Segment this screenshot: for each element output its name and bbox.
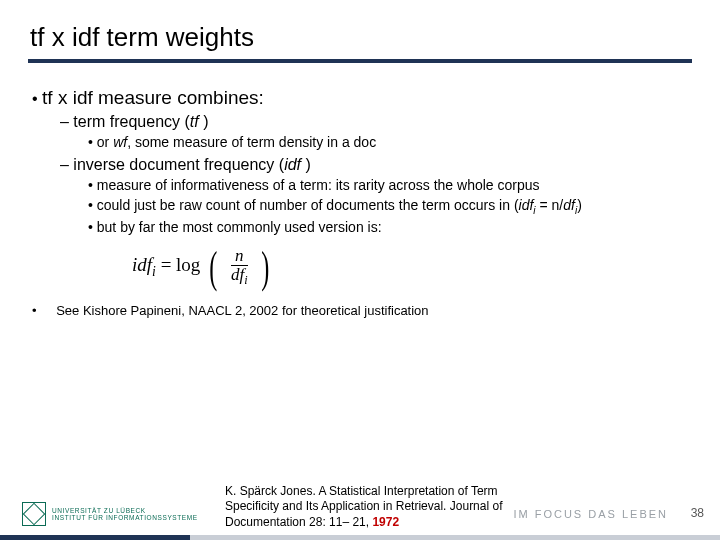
bullet-text: = n/ — [536, 197, 564, 213]
bullet-item: or wf, some measure of term density in a… — [88, 133, 692, 152]
slide-title: tf x idf term weights — [28, 22, 692, 53]
slide-number: 38 — [691, 506, 704, 520]
bullet-text: or — [97, 134, 113, 150]
bullet-item: but by far the most commonly used versio… — [88, 218, 692, 237]
footer-rule — [0, 535, 720, 540]
term-idf: idf — [519, 197, 534, 213]
slide-footer: UNIVERSITÄT ZU LÜBECK INSTITUT FÜR INFOR… — [0, 480, 720, 540]
bullet-item: tf x idf measure combines: term frequenc… — [32, 87, 692, 237]
bullet-text: ) — [577, 197, 582, 213]
bullet-item: term frequency (tf ) or wf, some measure… — [60, 113, 692, 152]
den-var: df — [231, 265, 244, 284]
term-idf: idf — [284, 156, 305, 173]
citation-year: 1972 — [372, 515, 399, 529]
formula-block: idfi = log ( n dfi ) — [132, 247, 692, 287]
slide: tf x idf term weights tf x idf measure c… — [0, 0, 720, 540]
formula-lhs-var: idf — [132, 254, 152, 275]
paren-left: ( — [210, 250, 218, 285]
title-rule — [28, 59, 692, 63]
bullet-text: but by far the most commonly used versio… — [97, 219, 382, 235]
term-wf: wf — [113, 134, 127, 150]
bullet-text: tf x idf measure combines: — [42, 87, 264, 108]
bullet-text: ) — [203, 113, 208, 130]
bullet-item: measure of informativeness of a term: it… — [88, 176, 692, 195]
logo-line2: INSTITUT FÜR INFORMATIONSSYSTEME — [52, 514, 198, 521]
bullet-list-level3: or wf, some measure of term density in a… — [88, 133, 692, 152]
bullet-text: term frequency ( — [73, 113, 189, 130]
bullet-text: ) — [305, 156, 310, 173]
formula: idfi = log ( n dfi ) — [132, 247, 272, 287]
logo-line1: UNIVERSITÄT ZU LÜBECK — [52, 507, 198, 514]
bullet-text: inverse document frequency ( — [73, 156, 284, 173]
logo-text: UNIVERSITÄT ZU LÜBECK INSTITUT FÜR INFOR… — [52, 507, 198, 521]
bullet-item: inverse document frequency (idf ) measur… — [60, 156, 692, 237]
paren-right: ) — [261, 250, 269, 285]
bullet-list-level3: measure of informativeness of a term: it… — [88, 176, 692, 237]
fraction-numerator: n — [231, 247, 248, 266]
citation: K. Spärck Jones. A Statistical Interpret… — [225, 484, 535, 530]
formula-eq: = log — [156, 254, 201, 275]
bullet-item: could just be raw count of number of doc… — [88, 196, 692, 217]
university-logo: UNIVERSITÄT ZU LÜBECK INSTITUT FÜR INFOR… — [22, 502, 198, 526]
slide-content: tf x idf measure combines: term frequenc… — [28, 87, 692, 540]
bullet-text: could just be raw count of number of doc… — [97, 197, 519, 213]
note-item: See Kishore Papineni, NAACL 2, 2002 for … — [32, 303, 692, 318]
footer-motto: IM FOCUS DAS LEBEN — [513, 508, 668, 520]
den-sub: i — [244, 273, 247, 287]
note-text: See Kishore Papineni, NAACL 2, 2002 for … — [56, 303, 428, 318]
term-tf: tf — [190, 113, 203, 130]
bullet-text: , some measure of term density in a doc — [127, 134, 376, 150]
term-df: df — [563, 197, 575, 213]
bullet-list-level1: tf x idf measure combines: term frequenc… — [32, 87, 692, 237]
citation-text: K. Spärck Jones. A Statistical Interpret… — [225, 484, 502, 529]
note-list: See Kishore Papineni, NAACL 2, 2002 for … — [32, 303, 692, 318]
fraction: n dfi — [227, 247, 252, 287]
bullet-list-level2: term frequency (tf ) or wf, some measure… — [60, 113, 692, 237]
logo-icon — [22, 502, 46, 526]
bullet-text: measure of informativeness of a term: it… — [97, 177, 540, 193]
fraction-denominator: dfi — [227, 266, 252, 287]
